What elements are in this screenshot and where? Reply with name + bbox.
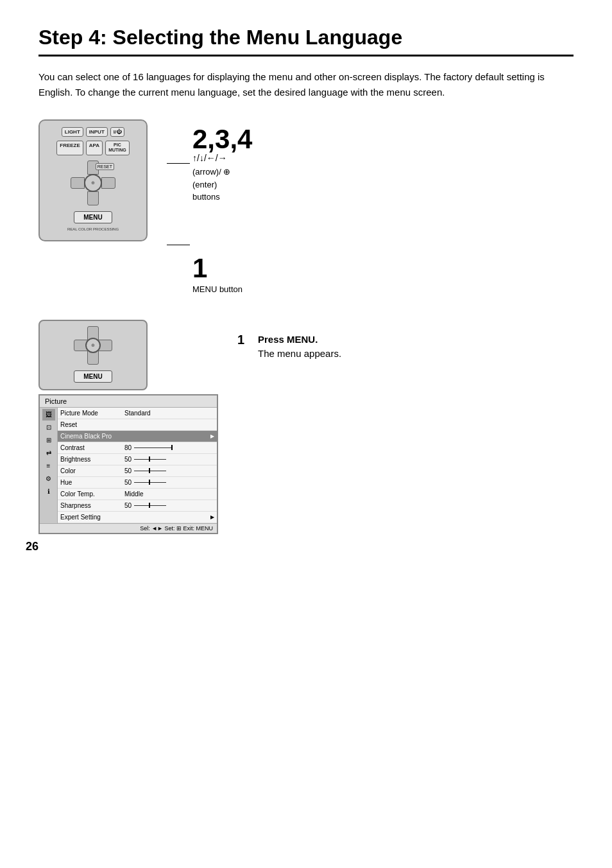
step-1-content: Press MENU. The menu appears. bbox=[258, 333, 341, 361]
icon-picture: 🖼 bbox=[42, 409, 55, 421]
step-1-sub: The menu appears. bbox=[258, 348, 341, 359]
dpad: ⊕ RESET bbox=[71, 161, 115, 205]
mini-menu-button: MENU bbox=[74, 370, 112, 383]
menu-label-color: Color bbox=[60, 467, 124, 474]
input-button: INPUT bbox=[86, 127, 108, 137]
menu-label-color-temp: Color Temp. bbox=[60, 490, 124, 498]
menu-row-contrast: Contrast 80 bbox=[58, 442, 217, 454]
icon-menu: ≡ bbox=[42, 460, 55, 472]
page-number: 26 bbox=[26, 540, 38, 553]
step-section: ⊕ MENU Picture 🖼 ⊡ bbox=[38, 320, 574, 534]
mini-remote: ⊕ MENU bbox=[38, 320, 167, 390]
power-button: I/⏻ bbox=[110, 127, 124, 137]
icon-input: ⇄ bbox=[42, 447, 55, 459]
pic-muting-button: PICMUTING bbox=[105, 141, 130, 155]
reset-label: RESET bbox=[96, 163, 114, 170]
callout-234-desc: (arrow)/ ⊕(enter)buttons bbox=[192, 166, 252, 204]
menu-label-expert-setting: Expert Setting bbox=[60, 514, 124, 521]
menu-screen: Picture 🖼 ⊡ ⊞ ⇄ ≡ ⚙ ℹ bbox=[38, 394, 218, 534]
menu-label-brightness: Brightness bbox=[60, 456, 124, 463]
menu-value-contrast: 80 bbox=[124, 444, 214, 451]
menu-footer: Sel: ◄► Set: ⊞ Exit: MENU bbox=[40, 523, 217, 533]
step-1-item: 1 Press MENU. The menu appears. bbox=[237, 333, 574, 361]
menu-header: Picture bbox=[40, 395, 217, 408]
light-button: LIGHT bbox=[62, 127, 83, 137]
menu-value-color-temp: Middle bbox=[124, 490, 214, 498]
menu-label-reset: Reset bbox=[60, 421, 124, 428]
menu-row-hue: Hue 50 bbox=[58, 477, 217, 489]
callout-1: 1 MENU button bbox=[192, 255, 252, 294]
menu-row-cinema-black-pro: Cinema Black Pro ▶ bbox=[58, 431, 217, 442]
callout-234: 2,3,4 ↑/↓/←/→ (arrow)/ ⊕(enter)buttons bbox=[192, 126, 252, 204]
menu-row-color: Color 50 bbox=[58, 465, 217, 477]
menu-label-hue: Hue bbox=[60, 479, 124, 486]
page-title: Step 4: Selecting the Menu Language bbox=[38, 26, 574, 56]
diagram-section: LIGHT INPUT I/⏻ FREEZE APA PICMUTING bbox=[38, 119, 574, 294]
enter-button: ⊕ bbox=[84, 174, 102, 192]
step-instructions: 1 Press MENU. The menu appears. bbox=[237, 320, 574, 368]
callout-234-number: 2,3,4 bbox=[192, 126, 252, 153]
menu-row-expert-setting: Expert Setting ▶ bbox=[58, 512, 217, 523]
remote-illustration: LIGHT INPUT I/⏻ FREEZE APA PICMUTING bbox=[38, 119, 167, 241]
callout-1-label: MENU button bbox=[192, 284, 252, 294]
menu-label-picture-mode: Picture Mode bbox=[60, 410, 124, 417]
menu-row-picture-mode: Picture Mode Standard bbox=[58, 408, 217, 419]
apa-button: APA bbox=[86, 141, 103, 155]
callout-1-number: 1 bbox=[192, 255, 252, 282]
menu-label-cinema-black-pro: Cinema Black Pro bbox=[60, 433, 124, 440]
freeze-button: FREEZE bbox=[56, 141, 83, 155]
menu-label-contrast: Contrast bbox=[60, 444, 124, 451]
step-1-number: 1 bbox=[237, 333, 253, 361]
menu-row-reset: Reset bbox=[58, 419, 217, 431]
icon-layout: ⊞ bbox=[42, 435, 55, 446]
callout-234-arrows: ↑/↓/←/→ bbox=[192, 153, 252, 163]
menu-value-hue: 50 bbox=[124, 479, 214, 486]
menu-row-color-temp: Color Temp. Middle bbox=[58, 489, 217, 500]
mini-enter: ⊕ bbox=[85, 338, 101, 353]
real-color-label: REAL COLOR PROCESSING bbox=[47, 227, 139, 231]
menu-icons-column: 🖼 ⊡ ⊞ ⇄ ≡ ⚙ ℹ bbox=[40, 408, 58, 523]
cinema-arrow-icon: ▶ bbox=[210, 433, 214, 439]
menu-row-sharpness: Sharpness 50 bbox=[58, 500, 217, 512]
step-1-instruction: Press MENU. bbox=[258, 334, 318, 345]
menu-value-color: 50 bbox=[124, 467, 214, 474]
menu-value-brightness: 50 bbox=[124, 456, 214, 463]
icon-info: ℹ bbox=[42, 486, 55, 498]
icon-settings: ⚙ bbox=[42, 473, 55, 485]
menu-label-sharpness: Sharpness bbox=[60, 502, 124, 509]
menu-value-picture-mode: Standard bbox=[124, 410, 214, 417]
menu-items-column: Picture Mode Standard Reset Cinema Black… bbox=[58, 408, 217, 523]
menu-button-label: MENU bbox=[74, 211, 112, 223]
intro-paragraph: You can select one of 16 languages for d… bbox=[38, 69, 565, 100]
mini-dpad: ⊕ bbox=[74, 326, 112, 365]
menu-value-sharpness: 50 bbox=[124, 502, 214, 509]
icon-screen: ⊡ bbox=[42, 422, 55, 433]
expert-arrow-icon: ▶ bbox=[210, 514, 214, 520]
menu-row-brightness: Brightness 50 bbox=[58, 454, 217, 465]
